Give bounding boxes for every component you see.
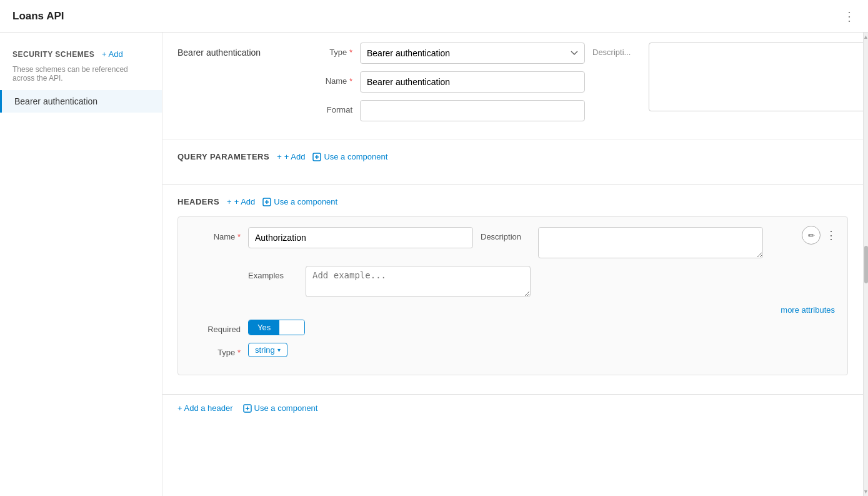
required-yes-button[interactable]: Yes <box>249 320 279 335</box>
header-item: ✏ ⋮ Name Description Examples <box>177 216 848 375</box>
scroll-down-arrow[interactable]: ▼ <box>863 488 868 495</box>
top-bar-menu: ⋮ <box>843 9 856 24</box>
header-item-actions: ✏ ⋮ <box>802 226 837 245</box>
component-icon-2 <box>262 198 271 206</box>
use-component-button-2[interactable]: Use a component <box>243 403 318 413</box>
header-name-label: Name <box>191 227 241 241</box>
add-header-row: + Add a header Use a component <box>162 395 863 422</box>
format-input[interactable] <box>360 100 585 121</box>
query-parameters-add-button[interactable]: + + Add <box>277 152 305 161</box>
top-bar-menu-icon[interactable]: ⋮ <box>843 9 856 24</box>
header-type-badge[interactable]: string ▾ <box>248 343 287 357</box>
component-icon-3 <box>243 404 252 413</box>
edit-header-button[interactable]: ✏ <box>802 226 821 245</box>
header-description-input[interactable] <box>538 227 763 258</box>
headers-add-button[interactable]: + + Add <box>227 197 255 206</box>
required-toggle: Yes <box>248 320 305 335</box>
plus-icon-2: + <box>227 197 232 206</box>
component-icon <box>312 153 321 161</box>
query-parameters-use-component[interactable]: Use a component <box>312 152 387 161</box>
header-type-row: Type string ▾ <box>191 343 835 357</box>
left-panel: SECURITY SCHEMES + Add These schemes can… <box>0 33 162 496</box>
security-schemes-add-button[interactable]: + Add <box>102 49 123 59</box>
scrollbar-thumb[interactable] <box>864 246 868 283</box>
headers-section: HEADERS + + Add Use a component ✏ <box>162 185 863 395</box>
type-select[interactable]: Bearer authentication API Key OAuth2 Ope… <box>360 43 585 64</box>
type-value: string <box>255 345 275 355</box>
required-no-button[interactable] <box>279 320 304 335</box>
query-parameters-header: QUERY PARAMETERS + + Add Use a component <box>177 152 848 161</box>
more-attributes-link[interactable]: more attributes <box>781 305 835 315</box>
header-type-label: Type <box>191 343 241 357</box>
name-input[interactable] <box>360 71 585 93</box>
header-description-label: Description <box>481 227 531 241</box>
pencil-icon-2: ✏ <box>808 231 815 240</box>
type-dropdown-arrow: ▾ <box>277 347 281 353</box>
security-schemes-title: SECURITY SCHEMES <box>12 50 94 59</box>
type-label: Type <box>302 43 352 57</box>
header-examples-input[interactable] <box>306 266 531 297</box>
sidebar-item-label: Bearer authentication <box>14 96 97 106</box>
top-bar: Loans API ⋮ <box>0 0 868 33</box>
description-textarea[interactable] <box>649 43 863 111</box>
main-content: SECURITY SCHEMES + Add These schemes can… <box>0 33 868 496</box>
add-header-button[interactable]: + Add a header <box>177 403 233 413</box>
name-label: Name <box>302 71 352 86</box>
header-examples-label: Examples <box>248 266 298 280</box>
header-examples-row: Examples <box>248 266 835 297</box>
scheme-form-area: Type Bearer authentication API Key OAuth… <box>302 43 649 129</box>
headers-use-component[interactable]: Use a component <box>262 197 337 206</box>
scrollbar[interactable]: ▲ ▼ <box>863 33 868 496</box>
header-required-row: Required Yes <box>191 320 835 335</box>
scroll-up-arrow[interactable]: ▲ <box>863 34 868 40</box>
description-area <box>649 43 863 111</box>
security-schemes-header: SECURITY SCHEMES + Add <box>0 39 162 63</box>
right-panel: Bearer authentication Type Bearer authen… <box>162 33 863 496</box>
more-attributes-row: more attributes <box>248 305 835 315</box>
headers-title: HEADERS <box>177 197 219 206</box>
header-more-menu[interactable]: ⋮ <box>826 228 837 242</box>
query-parameters-section: QUERY PARAMETERS + + Add Use a component <box>162 139 863 185</box>
format-row: Format <box>302 100 649 121</box>
headers-header: HEADERS + + Add Use a component <box>177 197 848 206</box>
plus-icon: + <box>277 152 282 161</box>
name-row: Name <box>302 71 649 93</box>
header-name-row: Name Description <box>191 227 835 258</box>
security-schemes-description: These schemes can be referenced across t… <box>0 65 162 90</box>
app-title: Loans API <box>12 10 64 23</box>
description-label: Descripti... <box>592 43 649 57</box>
scheme-top-row: Bearer authentication Type Bearer authen… <box>162 33 863 139</box>
scheme-left-label: Bearer authentication <box>177 43 302 58</box>
header-name-input[interactable] <box>248 227 473 248</box>
type-row: Type Bearer authentication API Key OAuth… <box>302 43 649 64</box>
sidebar-item-bearer-auth[interactable]: Bearer authentication <box>0 90 162 113</box>
header-required-label: Required <box>191 320 241 334</box>
query-parameters-title: QUERY PARAMETERS <box>177 152 269 161</box>
format-label: Format <box>302 100 352 114</box>
